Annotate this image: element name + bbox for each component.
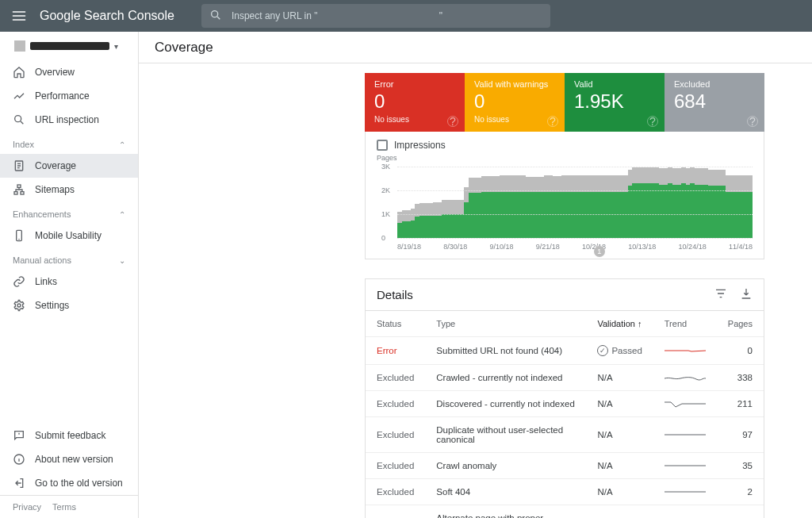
summary-card-excluded[interactable]: Excluded684? [665, 73, 764, 132]
sidebar-section-enhancements[interactable]: Enhancements⌃ [0, 201, 138, 224]
sidebar-section-index[interactable]: Index⌃ [0, 132, 138, 154]
details-title: Details [377, 288, 413, 301]
cell-pages: 35 [717, 453, 764, 479]
col-pages[interactable]: Pages [717, 311, 764, 337]
chevron-down-icon: ⌄ [119, 256, 125, 265]
app-header: Google Search Console [0, 0, 812, 32]
sidebar-item-performance[interactable]: Performance [0, 84, 138, 108]
page-title: Coverage [139, 32, 812, 63]
footer-privacy-link[interactable]: Privacy [13, 502, 41, 512]
check-icon: ✓ [597, 345, 608, 356]
card-value: 0 [474, 90, 555, 113]
card-value: 1.95K [574, 90, 655, 113]
card-subtext: No issues [474, 115, 555, 124]
table-row[interactable]: ExcludedDuplicate without user-selected … [366, 417, 764, 453]
x-tick: 11/4/18 [729, 243, 753, 251]
trend-sparkline [665, 487, 706, 497]
col-validation[interactable]: Validation ↑ [586, 311, 653, 337]
footer-terms-link[interactable]: Terms [52, 502, 76, 512]
sidebar-section-manual-actions[interactable]: Manual actions⌄ [0, 247, 138, 270]
cell-status: Error [366, 337, 425, 365]
exit-icon [13, 477, 25, 489]
url-inspect-search[interactable] [201, 4, 550, 28]
cell-pages: 2 [717, 479, 764, 505]
chart-slider-knob[interactable]: 1 [594, 246, 605, 257]
table-row[interactable]: ExcludedCrawl anomalyN/A35 [366, 453, 764, 479]
property-name-redacted [30, 42, 109, 50]
url-inspect-input[interactable] [230, 10, 542, 22]
sidebar-item-submit-feedback[interactable]: Submit feedback [0, 424, 138, 447]
x-tick: 9/21/18 [536, 243, 560, 251]
summary-card-error[interactable]: Error0No issues? [365, 73, 465, 132]
sidebar-item-links[interactable]: Links [0, 270, 138, 294]
table-row[interactable]: ErrorSubmitted URL not found (404)✓Passe… [366, 337, 764, 365]
col-trend[interactable]: Trend [653, 311, 717, 337]
coverage-summary-cards: Error0No issues?Valid with warnings0No i… [365, 73, 764, 132]
sidebar-item-settings[interactable]: Settings [0, 294, 138, 317]
table-row[interactable]: ExcludedCrawled - currently not indexedN… [366, 365, 764, 391]
col-type[interactable]: Type [425, 311, 586, 337]
details-card: Details StatusTypeValidation ↑TrendPages… [365, 278, 764, 518]
chevron-up-icon: ⌃ [119, 140, 125, 149]
cell-pages: 97 [717, 417, 764, 453]
info-icon[interactable]: ? [647, 116, 658, 127]
table-row[interactable]: ExcludedAlternate page with proper canon… [366, 505, 764, 519]
cell-validation: N/A [586, 453, 653, 479]
hamburger-icon[interactable] [10, 6, 29, 25]
info-icon[interactable]: ? [547, 116, 558, 127]
col-status[interactable]: Status [366, 311, 425, 337]
sidebar-item-coverage[interactable]: Coverage [0, 154, 138, 178]
product-name: Search Console [84, 9, 174, 22]
card-label: Valid [574, 79, 655, 89]
info-icon [13, 453, 25, 466]
chart-bar [748, 175, 753, 238]
cell-trend [653, 505, 717, 519]
table-row[interactable]: ExcludedDiscovered - currently not index… [366, 391, 764, 417]
sidebar-item-label: URL inspection [35, 114, 99, 125]
download-icon[interactable] [740, 287, 753, 302]
trend-sparkline [665, 430, 706, 439]
cell-validation: N/A [586, 479, 653, 505]
trend-sparkline [665, 399, 706, 409]
sidebar-item-label: Sitemaps [35, 184, 75, 195]
checkbox-icon[interactable] [377, 140, 388, 151]
info-icon[interactable]: ? [747, 116, 758, 127]
sort-asc-icon: ↑ [638, 319, 642, 328]
cell-trend [653, 453, 717, 479]
x-tick: 9/10/18 [490, 243, 514, 251]
filter-icon[interactable] [714, 287, 727, 302]
cell-validation: N/A [586, 365, 653, 391]
main-content: Coverage Error0No issues?Valid with warn… [139, 32, 812, 518]
cell-status: Excluded [366, 391, 425, 417]
summary-card-valid-with-warnings[interactable]: Valid with warnings0No issues? [465, 73, 565, 132]
sidebar-item-url-inspection[interactable]: URL inspection [0, 108, 138, 132]
info-icon[interactable]: ? [447, 116, 458, 127]
sidebar-item-mobile-usability[interactable]: Mobile Usability [0, 224, 138, 247]
x-tick: 8/19/18 [397, 243, 421, 251]
svg-point-0 [212, 10, 218, 17]
cell-pages: 211 [717, 391, 764, 417]
chevron-up-icon: ⌃ [119, 210, 125, 219]
sidebar-item-overview[interactable]: Overview [0, 60, 138, 84]
cell-status: Excluded [366, 365, 425, 391]
sidebar-item-sitemaps[interactable]: Sitemaps [0, 178, 138, 201]
sidebar-item-about-new-version[interactable]: About new version [0, 447, 138, 471]
y-tick: 2K [381, 186, 390, 194]
cell-trend [653, 417, 717, 453]
card-label: Valid with warnings [474, 79, 555, 89]
product-logo: Google Search Console [40, 9, 174, 23]
cell-pages: 0 [717, 337, 764, 365]
property-selector[interactable]: ▾ [10, 37, 123, 55]
cell-status: Excluded [366, 505, 425, 519]
summary-card-valid[interactable]: Valid1.95K? [565, 73, 665, 132]
cell-validation: N/A [586, 417, 653, 453]
sidebar-item-go-to-the-old-version[interactable]: Go to the old version [0, 471, 138, 495]
x-tick: 10/13/18 [628, 243, 656, 251]
sidebar-item-label: Go to the old version [35, 478, 123, 489]
search-icon [209, 9, 222, 24]
card-label: Excluded [674, 79, 755, 89]
sitemap-icon [13, 183, 25, 196]
impressions-toggle[interactable]: Impressions [377, 140, 753, 151]
trend-sparkline [665, 461, 706, 470]
table-row[interactable]: ExcludedSoft 404N/A2 [366, 479, 764, 505]
